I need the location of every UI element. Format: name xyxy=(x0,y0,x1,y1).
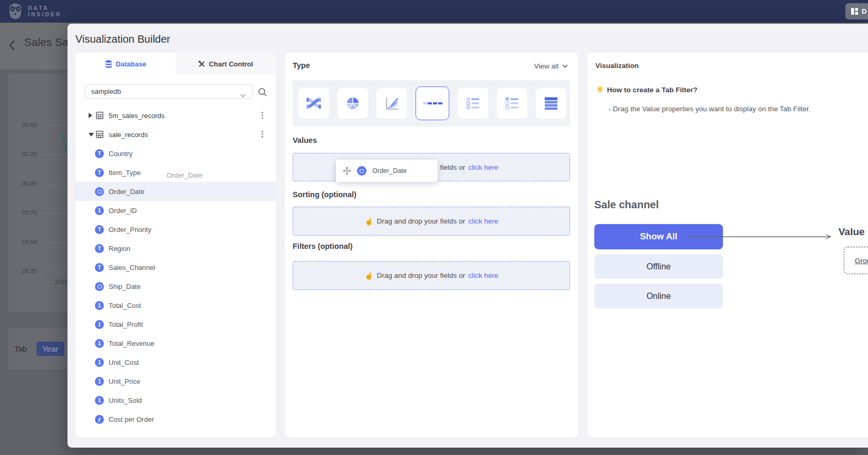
field-total-profit[interactable]: 1Total_Profit xyxy=(75,315,276,334)
tab-database[interactable]: Database xyxy=(75,53,176,75)
more-options-icon[interactable] xyxy=(261,130,264,139)
type-pie-chart[interactable] xyxy=(337,88,368,119)
field-total-cost[interactable]: 1Total_Cost xyxy=(75,296,276,315)
filters-dropzone[interactable]: ☝ Drag and drop your fields or click her… xyxy=(293,261,570,290)
y-axis-tick: 30.00 xyxy=(13,180,37,187)
field-label: Country xyxy=(109,150,133,158)
table-icon xyxy=(96,131,103,140)
field-units-sold[interactable]: 1Units_Sold xyxy=(75,391,276,410)
number-field-icon: 1 xyxy=(95,320,104,329)
dragged-field-chip[interactable]: Order_Date xyxy=(336,160,438,182)
svg-text:Tab: Tab xyxy=(423,102,427,105)
database-panel: Database Chart Control xyxy=(75,53,276,437)
field-total-revenue[interactable]: 1Total_Revenue xyxy=(75,334,276,353)
function-field-icon: ƒ xyxy=(95,415,104,424)
visualization-builder-modal: Visualization Builder Database xyxy=(67,24,868,448)
dashboard-nav-button[interactable]: D xyxy=(845,3,868,20)
field-unit-cost[interactable]: 1Unit_Cost xyxy=(75,353,276,372)
table-label: 5m_sales_records xyxy=(109,112,165,120)
preview-option-offline[interactable]: Offline xyxy=(594,254,723,279)
text-field-icon: T xyxy=(95,263,104,272)
nav-button-label: D xyxy=(862,7,866,15)
type-line-chart[interactable] xyxy=(377,88,407,119)
type-tab-filter[interactable]: Tab xyxy=(416,86,449,120)
chart-type-strip: Tab xyxy=(293,80,570,127)
type-section-label: Type xyxy=(293,61,310,70)
callout-group-link[interactable]: Group xyxy=(855,257,868,265)
field-order-id[interactable]: 1Order_ID xyxy=(75,201,276,220)
type-sankey[interactable] xyxy=(298,88,329,119)
type-radio-list[interactable] xyxy=(458,88,488,119)
filters-click-here-link[interactable]: click here xyxy=(468,272,498,279)
field-label: Units_Sold xyxy=(109,396,142,404)
panel-tabs: Database Chart Control xyxy=(75,53,276,75)
text-field-icon: T xyxy=(95,168,104,177)
top-navbar: DATA INSIDER D xyxy=(0,0,868,23)
drag-source-ghost: Order_Date xyxy=(167,171,202,179)
preview-option-online[interactable]: Online xyxy=(594,284,723,308)
app-logo[interactable]: DATA INSIDER xyxy=(7,2,62,20)
period-tab-tab[interactable]: Tab xyxy=(14,344,27,353)
table-label: sale_records xyxy=(109,131,148,139)
period-tab-year[interactable]: Year xyxy=(36,342,64,356)
number-field-icon: 1 xyxy=(95,206,104,215)
field-tree: 5m_sales_recordssale_recordsTCountryTIte… xyxy=(75,106,276,429)
field-label: Sales_Channel xyxy=(109,264,155,272)
field-order-priority[interactable]: TOrder_Priority xyxy=(75,220,276,239)
field-order-date[interactable]: Order_Date xyxy=(75,182,276,201)
field-label: Ship_Date xyxy=(109,283,141,291)
field-country[interactable]: TCountry xyxy=(75,144,276,163)
number-field-icon: 1 xyxy=(95,358,104,367)
text-field-icon: T xyxy=(95,244,104,253)
x-axis-tick: 2010 xyxy=(55,279,69,285)
sorting-click-here-link[interactable]: click here xyxy=(468,217,498,225)
search-icon[interactable] xyxy=(258,88,267,99)
tip-title: How to create a Tab Filter? xyxy=(607,86,698,94)
move-icon xyxy=(343,167,351,175)
table-icon xyxy=(96,112,103,121)
table-5m-sales-records[interactable]: 5m_sales_records xyxy=(75,106,276,125)
tab-chart-control[interactable]: Chart Control xyxy=(176,53,276,75)
owl-logo-icon xyxy=(7,2,23,20)
search-area xyxy=(75,75,276,106)
callout-group-box: Group xyxy=(844,247,868,274)
callout-value-label: Value xyxy=(838,226,865,238)
type-data-table[interactable] xyxy=(536,88,566,119)
table-sale-records[interactable]: sale_records xyxy=(75,125,276,144)
database-select-input[interactable] xyxy=(85,84,253,99)
tab-chart-control-label: Chart Control xyxy=(209,60,253,68)
filters-dropzone-text: Drag and drop your fields or xyxy=(377,272,465,279)
date-field-icon xyxy=(95,282,104,291)
expander-icon[interactable] xyxy=(89,133,94,137)
logo-text: DATA INSIDER xyxy=(28,5,62,17)
lightbulb-icon xyxy=(596,85,604,96)
date-field-icon xyxy=(357,166,367,176)
field-label: Unit_Cost xyxy=(109,359,139,366)
sorting-dropzone[interactable]: ☝ Drag and drop your fields or click her… xyxy=(293,207,570,236)
modal-title: Visualization Builder xyxy=(75,33,170,45)
chevron-down-icon[interactable] xyxy=(240,90,246,100)
field-label: Unit_Price xyxy=(109,377,140,385)
field-label: Total_Cost xyxy=(109,302,141,309)
field-cost-per-order[interactable]: ƒCost per Order xyxy=(75,410,276,429)
app-screen: Sales Sa 30.5030.2530.0029.7529.5029.25 … xyxy=(0,0,868,455)
field-label: Order_Priority xyxy=(109,226,151,234)
field-unit-price[interactable]: 1Unit_Price xyxy=(75,372,276,391)
field-ship-date[interactable]: Ship_Date xyxy=(75,277,276,296)
field-sales-channel[interactable]: TSales_Channel xyxy=(75,258,276,277)
back-button[interactable] xyxy=(8,40,16,53)
page-title: Sales Sa xyxy=(24,36,69,49)
field-region[interactable]: TRegion xyxy=(75,239,276,258)
tip-line: - Drag the Value properties you want to … xyxy=(609,105,811,113)
field-label: Item_Type xyxy=(109,169,141,177)
view-all-dropdown[interactable]: View all xyxy=(534,62,568,70)
y-axis-tick: 30.25 xyxy=(13,151,37,157)
visualization-panel: Visualization How to create a Tab Filter… xyxy=(587,53,868,437)
values-click-here-link[interactable]: click here xyxy=(468,163,498,171)
type-checkbox-list[interactable] xyxy=(497,88,527,119)
sorting-dropzone-text: Drag and drop your fields or xyxy=(377,217,465,225)
more-options-icon[interactable] xyxy=(261,111,264,120)
expander-icon[interactable] xyxy=(89,113,92,118)
tools-icon xyxy=(198,61,205,67)
sorting-section-label: Sorting (optional) xyxy=(293,190,356,199)
